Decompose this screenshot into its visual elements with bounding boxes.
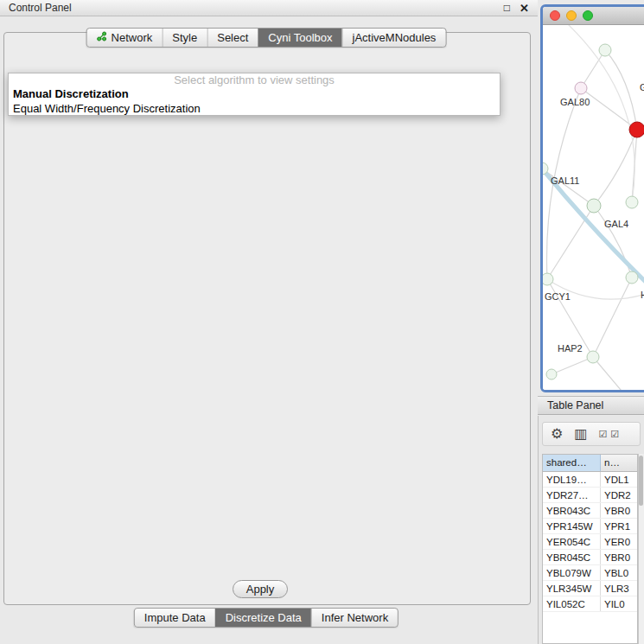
network-node[interactable]	[626, 271, 638, 284]
tab-discretize-data[interactable]: Discretize Data	[215, 609, 311, 627]
apply-button[interactable]: Apply	[233, 580, 288, 598]
popup-option-equal-width-frequency[interactable]: Equal Width/Frequency Discretization	[9, 101, 500, 116]
table-cell: YIL052C	[543, 596, 601, 611]
minimize-traffic-light-icon[interactable]	[566, 10, 577, 21]
columns-icon[interactable]: ▥	[574, 427, 587, 441]
table-cell: YLR3	[601, 581, 637, 596]
table-toolbar: ⚙ ▥ ☑ ☑	[542, 422, 641, 446]
control-panel-body	[3, 32, 531, 605]
table-row[interactable]: YLR345WYLR3	[543, 581, 637, 596]
table-cell: YBR0	[601, 550, 637, 564]
window-title: Control Panel	[9, 2, 72, 14]
network-edge	[547, 206, 594, 279]
table-row[interactable]: YDL19…YDL1	[543, 472, 637, 488]
tab-cyni-toolbox[interactable]: Cyni Toolbox	[258, 29, 341, 47]
table-row[interactable]: YBR043CYBR0	[543, 503, 637, 519]
network-canvas[interactable]: GAL80GAGAL11GAL4GCY1HHAP2	[543, 25, 644, 390]
table-panel-title: Table Panel	[547, 399, 603, 411]
network-node[interactable]	[587, 199, 601, 213]
tab-label: Discretize Data	[226, 611, 302, 624]
tab-network[interactable]: Network	[87, 29, 163, 47]
table-cell: YDR27…	[543, 488, 601, 502]
network-node[interactable]	[546, 369, 557, 379]
table-panel: ⚙ ▥ ☑ ☑ shared… n… YDL19…YDL1YDR27…YDR2Y…	[538, 416, 644, 644]
network-tab-icon	[97, 31, 107, 44]
network-node[interactable]	[599, 44, 611, 56]
table-cell: YBL0	[601, 565, 637, 580]
table-cell: YER0	[601, 534, 637, 549]
network-node-label: GAL11	[551, 175, 579, 186]
table-cell: YDR2	[601, 488, 637, 502]
network-node[interactable]	[629, 122, 644, 137]
table-cell: YLR345W	[543, 581, 601, 596]
tab-jactivemnodules[interactable]: jActiveMNodules	[342, 29, 446, 47]
table-cell: YBR043C	[543, 503, 601, 518]
network-graph: GAL80GAGAL11GAL4GCY1HHAP2	[543, 25, 644, 390]
table-row[interactable]: YPR145WYPR1	[543, 519, 637, 534]
column-header-shared-name[interactable]: shared…	[543, 455, 601, 471]
popup-option-manual-discretization[interactable]: Manual Discretization	[9, 86, 500, 101]
screen: Control Panel □ ✕ Network Style Select C…	[0, 0, 644, 644]
scrollbar-thumb[interactable]	[639, 456, 643, 506]
algorithm-dropdown-popup: Select algorithm to view settings Manual…	[8, 73, 501, 116]
network-node-label: GCY1	[545, 291, 571, 302]
tab-select[interactable]: Select	[207, 29, 258, 47]
network-edge	[594, 130, 637, 206]
table-cell: YPR145W	[543, 519, 601, 533]
tab-label: Style	[172, 31, 197, 44]
network-node[interactable]	[626, 196, 638, 208]
zoom-traffic-light-icon[interactable]	[583, 10, 593, 21]
network-node-label: GAL80	[560, 97, 590, 107]
control-panel-titlebar: Control Panel □ ✕	[0, 0, 538, 16]
bottom-tabs: Impute Data Discretize Data Infer Networ…	[134, 608, 399, 628]
tab-style[interactable]: Style	[162, 29, 207, 47]
table-cell: YDL19…	[543, 472, 601, 487]
popup-placeholder-item: Select algorithm to view settings	[9, 73, 500, 86]
gear-icon[interactable]: ⚙	[551, 427, 563, 441]
network-node-label: HAP2	[558, 343, 583, 354]
table-panel-header: Table Panel	[538, 396, 644, 415]
tab-impute-data[interactable]: Impute Data	[135, 609, 215, 627]
table-cell: YPR1	[601, 519, 637, 533]
close-icon[interactable]: ✕	[520, 3, 529, 14]
tab-label: jActiveMNodules	[353, 31, 437, 44]
table-cell: YDL1	[601, 472, 637, 487]
network-edge	[543, 169, 644, 284]
table-row[interactable]: YDR27…YDR2	[543, 488, 637, 503]
column-header-name[interactable]: n…	[601, 455, 637, 471]
table-row[interactable]: YBL079WYBL0	[543, 565, 637, 581]
network-node-label: GAL4	[604, 219, 628, 229]
tab-label: Network	[112, 31, 153, 44]
network-edge	[581, 50, 605, 88]
tab-label: Infer Network	[322, 611, 388, 624]
table-body: YDL19…YDL1YDR27…YDR2YBR043CYBR0YPR145WYP…	[543, 472, 637, 612]
table-cell: YBR045C	[543, 550, 601, 564]
table-cell: YIL0	[601, 596, 637, 611]
table-cell: YBR0	[601, 503, 637, 518]
tab-infer-network[interactable]: Infer Network	[311, 609, 398, 627]
tab-label: Select	[217, 31, 248, 44]
table-row[interactable]: YIL052CYIL0	[543, 596, 637, 612]
table-scrollbar[interactable]	[638, 454, 644, 644]
network-edge	[552, 357, 593, 374]
table-row[interactable]: YBR045CYBR0	[543, 550, 637, 565]
network-window-titlebar	[543, 7, 644, 25]
control-panel-tabs: Network Style Select Cyni Toolbox jActiv…	[86, 28, 447, 48]
table-cell: YER054C	[543, 534, 601, 549]
tab-label: Impute Data	[144, 611, 206, 624]
select-all-checkbox-icon[interactable]: ☑	[598, 430, 607, 439]
network-edge	[593, 277, 632, 357]
close-traffic-light-icon[interactable]	[550, 10, 560, 21]
float-window-icon[interactable]: □	[504, 3, 510, 13]
select-none-checkbox-icon[interactable]: ☑	[610, 430, 619, 439]
network-view-window: GAL80GAGAL11GAL4GCY1HHAP2	[540, 4, 644, 392]
network-node[interactable]	[543, 273, 553, 285]
node-table: shared… n… YDL19…YDL1YDR27…YDR2YBR043CYB…	[542, 454, 638, 644]
network-node-label: H	[641, 290, 644, 300]
table-row[interactable]: YER054CYER0	[543, 534, 637, 550]
table-cell: YBL079W	[543, 565, 601, 580]
network-node-label: GA	[640, 82, 644, 92]
tab-label: Cyni Toolbox	[268, 31, 332, 44]
network-node[interactable]	[587, 351, 599, 363]
network-node[interactable]	[575, 82, 587, 94]
